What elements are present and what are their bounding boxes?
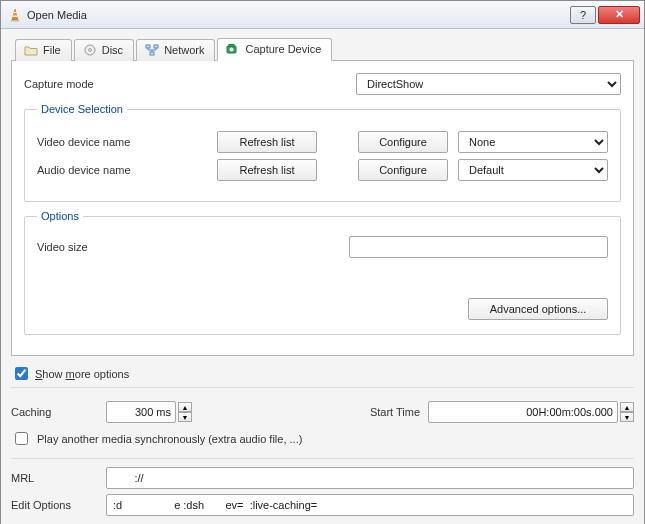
mrl-input[interactable] [106,467,634,489]
divider [11,458,634,459]
device-selection-legend: Device Selection [37,103,127,115]
caching-label: Caching [11,406,96,418]
svg-marker-0 [12,9,18,20]
caching-spinner[interactable]: ▲ ▼ [178,402,192,422]
video-device-label: Video device name [37,136,207,148]
close-button[interactable]: ✕ [598,6,640,24]
open-media-window: Open Media ? ✕ File Disc Network Captu [0,0,645,524]
video-device-select[interactable]: None [458,131,608,153]
video-configure-button[interactable]: Configure [358,131,448,153]
chevron-down-icon[interactable]: ▼ [178,412,192,422]
video-size-label: Video size [37,241,337,253]
audio-configure-button[interactable]: Configure [358,159,448,181]
chevron-down-icon[interactable]: ▼ [620,412,634,422]
audio-device-select[interactable]: Default [458,159,608,181]
svg-rect-8 [150,52,154,55]
tabs: File Disc Network Capture Device [11,37,634,61]
svg-rect-3 [11,20,19,22]
caching-input[interactable] [106,401,176,423]
help-button[interactable]: ? [570,6,596,24]
edit-options-label: Edit Options [11,499,96,511]
tab-file[interactable]: File [15,39,72,61]
capture-mode-select[interactable]: DirectShow [356,73,621,95]
titlebar: Open Media ? ✕ [1,1,644,29]
capture-icon [226,43,240,55]
capture-panel: Capture mode DirectShow Device Selection… [11,61,634,356]
more-options-panel: Caching ▲ ▼ Start Time ▲ ▼ [11,387,634,516]
tab-label: Network [164,44,204,56]
start-time-spinner[interactable]: ▲ ▼ [620,402,634,422]
play-sync-checkbox[interactable] [15,432,28,445]
edit-options-input[interactable] [106,494,634,516]
app-icon [9,8,21,22]
options-legend: Options [37,210,83,222]
svg-point-11 [230,48,234,52]
svg-rect-6 [146,45,150,48]
video-size-input[interactable] [349,236,608,258]
chevron-up-icon[interactable]: ▲ [178,402,192,412]
options-group: Options Video size Advanced options... [24,210,621,335]
start-time-label: Start Time [370,406,420,418]
tab-label: Disc [102,44,123,56]
show-more-checkbox[interactable] [15,367,28,380]
start-time-input[interactable] [428,401,618,423]
svg-point-5 [88,49,91,52]
tab-network[interactable]: Network [136,39,215,61]
tab-capture-device[interactable]: Capture Device [217,38,332,61]
mrl-label: MRL [11,472,96,484]
audio-device-label: Audio device name [37,164,207,176]
chevron-up-icon[interactable]: ▲ [620,402,634,412]
audio-refresh-button[interactable]: Refresh list [217,159,317,181]
device-selection-group: Device Selection Video device name Refre… [24,103,621,202]
svg-rect-10 [229,45,234,47]
svg-rect-7 [154,45,158,48]
disc-icon [83,44,97,56]
tab-label: File [43,44,61,56]
svg-rect-1 [13,12,16,13]
show-more-label: Show more options [35,368,129,380]
tab-disc[interactable]: Disc [74,39,134,61]
network-icon [145,44,159,56]
folder-icon [24,44,38,56]
window-title: Open Media [27,9,87,21]
advanced-options-button[interactable]: Advanced options... [468,298,608,320]
capture-mode-label: Capture mode [24,78,344,90]
tab-label: Capture Device [245,43,321,55]
play-sync-label: Play another media synchronously (extra … [37,433,302,445]
svg-rect-2 [13,15,18,16]
video-refresh-button[interactable]: Refresh list [217,131,317,153]
